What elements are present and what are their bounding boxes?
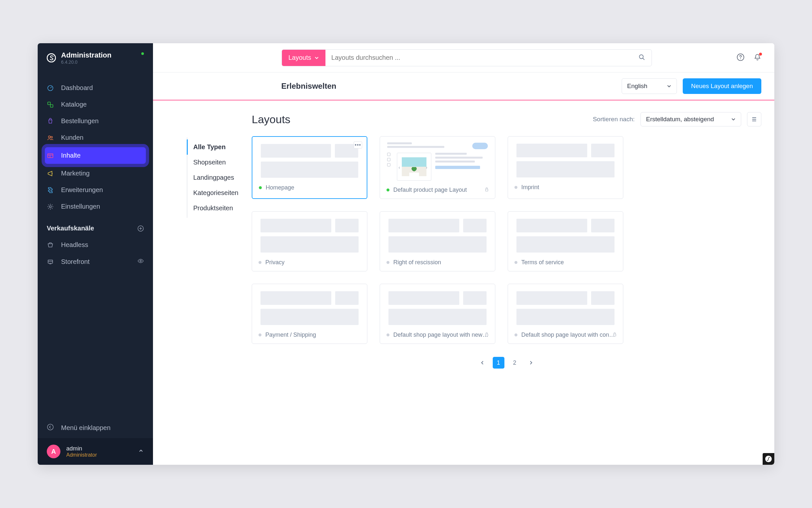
page-number-button[interactable]: 2: [509, 357, 521, 369]
layout-name: Default product page Layout: [393, 186, 467, 194]
search-input[interactable]: [326, 54, 632, 61]
type-tab[interactable]: Produktseiten: [187, 201, 243, 216]
layout-card[interactable]: Default shop page layout with newsle…: [380, 284, 495, 344]
dashboard-icon: [47, 85, 54, 92]
sidebar: Administration 6.4.20.0 DashboardKatalog…: [38, 43, 153, 465]
pagination: 12: [252, 357, 761, 369]
layout-name: Payment / Shipping: [266, 332, 316, 338]
search-bar: Layouts: [282, 49, 652, 66]
main-nav: DashboardKatalogeBestellungenKundenInhal…: [38, 73, 153, 215]
notification-badge-icon: [759, 53, 762, 55]
page-number-button[interactable]: 1: [493, 357, 505, 369]
preview-eye-icon[interactable]: [137, 258, 144, 266]
svg-rect-6: [48, 154, 53, 158]
sales-channel-storefront[interactable]: Storefront: [38, 253, 153, 270]
sales-channel-headless[interactable]: Headless: [38, 237, 153, 253]
type-filter-tabs: Alle TypenShopseitenLandingpagesKategori…: [187, 137, 243, 218]
status-dot-icon: [515, 261, 517, 264]
add-sales-channel-icon[interactable]: [137, 225, 144, 232]
list-view-icon: [751, 116, 757, 122]
avatar: A: [47, 444, 60, 458]
type-tab[interactable]: Landingpages: [187, 170, 243, 185]
type-tab[interactable]: Shopseiten: [187, 155, 243, 170]
type-tab[interactable]: Alle Typen: [187, 139, 243, 155]
create-layout-button[interactable]: Neues Layout anlegen: [683, 78, 761, 94]
layout-preview: [508, 136, 623, 180]
search-icon[interactable]: [632, 54, 652, 62]
nav-label: Kataloge: [61, 101, 87, 108]
sales-channels-list: HeadlessStorefront: [38, 235, 153, 270]
type-tab[interactable]: Kategorieseiten: [187, 185, 243, 201]
layout-preview: [252, 284, 367, 328]
nav-item-content[interactable]: Inhalte: [45, 147, 146, 164]
nav-item-dashboard[interactable]: Dashboard: [38, 80, 153, 96]
card-context-menu-icon[interactable]: •••: [354, 141, 362, 149]
help-icon[interactable]: [737, 53, 745, 62]
svg-rect-2: [48, 102, 50, 104]
notifications-button[interactable]: [754, 53, 761, 62]
extensions-icon: [47, 186, 54, 194]
page-prev-button[interactable]: [476, 357, 488, 369]
layout-name: Default shop page layout with newsle…: [393, 332, 488, 338]
sort-select[interactable]: Erstelldatum, absteigend: [640, 112, 741, 126]
sales-channel-label: Storefront: [61, 258, 90, 265]
svg-rect-15: [486, 189, 488, 192]
layout-name: Terms of service: [521, 259, 564, 266]
card-footer: Default shop page layout with newsle…: [380, 328, 495, 344]
page-title: Erlebniswelten: [281, 82, 336, 91]
layout-name: Homepage: [266, 184, 294, 191]
user-name: admin: [66, 445, 97, 452]
content: Alle TypenShopseitenLandingpagesKategori…: [153, 100, 774, 465]
symfony-badge-icon[interactable]: [763, 453, 774, 465]
nav-item-catalogs[interactable]: Kataloge: [38, 96, 153, 113]
svg-point-7: [49, 206, 51, 208]
layout-card[interactable]: Terms of service: [508, 211, 623, 271]
content-icon: [47, 152, 54, 159]
card-footer: Right of rescission: [380, 255, 495, 271]
status-dot-icon: [386, 261, 389, 264]
layout-card[interactable]: Right of rescission: [380, 211, 495, 271]
status-dot-icon: [259, 186, 262, 189]
layout-card[interactable]: Imprint: [508, 136, 623, 199]
svg-rect-9: [48, 260, 53, 263]
svg-point-5: [51, 136, 53, 138]
status-dot-icon: [515, 334, 517, 336]
layout-preview: •••: [252, 137, 367, 180]
chevron-down-icon: [731, 117, 736, 122]
nav-label: Erweiterungen: [61, 186, 103, 194]
search-scope-dropdown[interactable]: Layouts: [282, 50, 326, 66]
layout-preview: [380, 212, 495, 255]
layout-card[interactable]: Privacy: [252, 211, 367, 271]
settings-icon: [47, 203, 54, 210]
nav-item-extensions[interactable]: Erweiterungen: [38, 182, 153, 198]
listing-title: Layouts: [252, 113, 290, 126]
nav-item-orders[interactable]: Bestellungen: [38, 113, 153, 129]
nav-item-marketing[interactable]: Marketing: [38, 165, 153, 182]
language-select[interactable]: English: [622, 78, 677, 94]
topbar: Layouts: [153, 43, 774, 73]
app-title: Administration: [61, 51, 111, 59]
layout-card[interactable]: ‹›Default product page Layout: [380, 136, 495, 199]
user-menu[interactable]: A admin Administrator: [38, 438, 153, 465]
page-next-button[interactable]: [525, 357, 537, 369]
nav-item-customers[interactable]: Kunden: [38, 129, 153, 146]
layout-card[interactable]: Default shop page layout with contac…: [508, 284, 623, 344]
svg-point-12: [639, 55, 643, 58]
app-window: Administration 6.4.20.0 DashboardKatalog…: [38, 43, 774, 465]
layout-card[interactable]: •••Homepage: [252, 136, 367, 199]
status-dot-icon: [258, 261, 261, 264]
collapse-label: Menü einklappen: [61, 424, 110, 432]
chevron-up-icon: [138, 448, 144, 455]
nav-label: Einstellungen: [61, 203, 100, 210]
card-footer: Imprint: [508, 180, 623, 196]
collapse-menu-button[interactable]: Menü einklappen: [38, 418, 153, 438]
nav-item-settings[interactable]: Einstellungen: [38, 198, 153, 215]
layout-preview: [380, 284, 495, 328]
card-footer: Default product page Layout: [380, 183, 495, 199]
chevron-down-icon: [315, 55, 319, 60]
lock-icon: [612, 332, 617, 338]
layout-card[interactable]: Payment / Shipping: [252, 284, 367, 344]
status-dot-icon: [386, 334, 389, 336]
view-mode-toggle[interactable]: [747, 112, 761, 126]
svg-rect-3: [50, 104, 53, 107]
